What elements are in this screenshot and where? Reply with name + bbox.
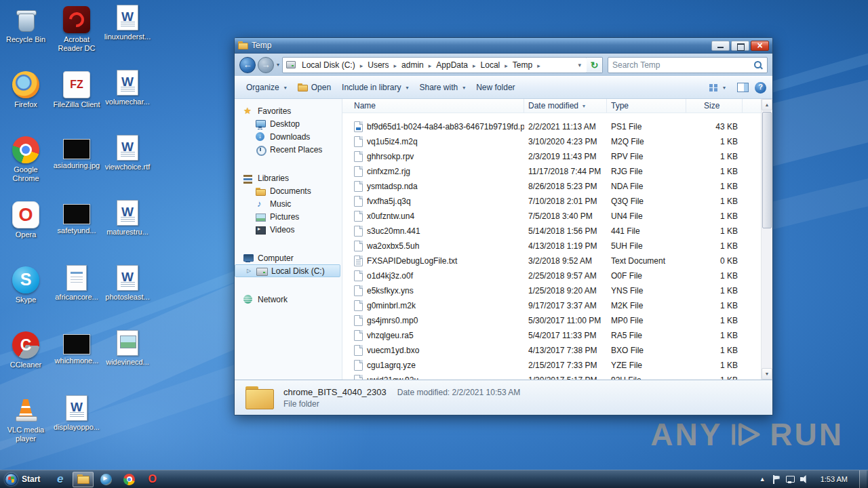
column-header-type[interactable]: Type <box>607 99 686 113</box>
sidebar-item-music[interactable]: Music <box>235 197 342 210</box>
desktop-icon-volumechar[interactable]: volumechar... <box>102 69 153 134</box>
address-dropdown-icon[interactable]: ▾ <box>576 62 583 68</box>
file-row[interactable]: gs4jmrs0.mp0 5/30/2017 11:00 PM MP0 File… <box>342 313 761 328</box>
scroll-up-button[interactable]: ▲ <box>762 99 772 110</box>
column-header-size[interactable]: Size <box>686 99 743 113</box>
breadcrumb-item-appdata[interactable]: AppData <box>433 59 477 71</box>
taskbar-clock[interactable]: 1:53 AM <box>814 475 854 483</box>
back-button[interactable]: ← <box>239 57 256 73</box>
desktop-icon-asiaduring[interactable]: asiaduring.jpg <box>51 134 102 199</box>
desktop-icon-displayoppo[interactable]: displayoppo... <box>51 394 102 460</box>
share-with-button[interactable]: Share with <box>414 80 471 95</box>
file-row[interactable]: cgu1agrq.yze 2/15/2017 7:33 PM YZE File … <box>342 358 761 373</box>
file-type: BXO File <box>607 346 686 355</box>
breadcrumb-item-local-disk[interactable]: Local Disk (C:) <box>298 59 364 71</box>
desktop-icon-widevinecd[interactable]: widevinecd... <box>102 329 153 394</box>
file-row[interactable]: bf9d65d1-b024-4a84-ab83-64671b9719fd.ps1… <box>342 119 761 134</box>
open-button[interactable]: Open <box>292 80 336 95</box>
change-view-button[interactable] <box>703 81 731 94</box>
desktop-icon-whichmone[interactable]: whichmone... <box>51 329 102 394</box>
sidebar-item-recent-places[interactable]: Recent Places <box>235 143 342 156</box>
desktop-icon-viewchoice[interactable]: viewchoice.rtf <box>102 134 153 199</box>
desktop-icon-safetyund[interactable]: safetyund... <box>51 199 102 264</box>
nav-network-header[interactable]: Network <box>235 293 342 306</box>
sidebar-item-downloads[interactable]: Downloads <box>235 130 342 143</box>
file-row[interactable]: g0minbrl.m2k 9/17/2017 3:37 AM M2K File … <box>342 298 761 313</box>
sidebar-item-local-disk-c[interactable]: ▷ Local Disk (C:) <box>235 264 340 277</box>
desktop-icon-skype[interactable]: Skype <box>0 264 52 329</box>
file-row[interactable]: vq1u5iz4.m2q 3/10/2020 4:23 PM M2Q File … <box>342 134 761 149</box>
taskbar-item-explorer[interactable] <box>73 472 94 487</box>
tray-expand-icon[interactable]: ▲ <box>758 476 767 483</box>
close-button[interactable] <box>751 41 769 51</box>
desktop-icon-opera[interactable]: Opera <box>0 199 52 264</box>
file-row[interactable]: wa2oxbx5.5uh 4/13/2018 1:19 PM 5UH File … <box>342 239 761 253</box>
scrollbar-thumb[interactable] <box>762 112 772 228</box>
desktop-icon-recycle-bin[interactable]: Recycle Bin <box>0 4 52 69</box>
file-row[interactable]: e5ksfkyx.yns 1/25/2018 9:20 AM YNS File … <box>342 283 761 298</box>
file-row[interactable]: uwjd21gw.92u 1/30/2017 5:17 PM 92U File … <box>342 373 761 380</box>
breadcrumb[interactable]: Local Disk (C:) Users admin AppData Loca… <box>282 57 587 73</box>
breadcrumb-item-users[interactable]: Users <box>364 59 398 71</box>
desktop-icon-ccleaner[interactable]: CCleaner <box>0 329 52 394</box>
taskbar-item-internet-explorer[interactable]: e <box>50 472 71 487</box>
file-row[interactable]: o1d4kj3z.o0f 2/25/2018 9:57 AM O0F File … <box>342 268 761 283</box>
expander-icon[interactable]: ▷ <box>247 268 252 274</box>
sidebar-item-videos[interactable]: Videos <box>235 223 342 236</box>
desktop-icon-google-chrome[interactable]: Google Chrome <box>0 134 52 199</box>
column-header-name[interactable]: Name <box>342 99 524 113</box>
minimize-button[interactable] <box>711 41 730 51</box>
scroll-down-button[interactable]: ▼ <box>762 368 772 380</box>
file-row[interactable]: ysmtadsp.nda 8/26/2018 5:23 PM NDA File … <box>342 179 761 194</box>
volume-icon[interactable] <box>800 475 809 483</box>
search-icon[interactable] <box>753 60 763 70</box>
column-header-date-modified[interactable]: Date modified <box>524 99 607 113</box>
desktop-icon-filezilla[interactable]: FileZilla Client <box>51 69 102 134</box>
sidebar-item-desktop[interactable]: Desktop <box>235 117 342 130</box>
desktop-icon-acrobat[interactable]: Acrobat Reader DC <box>51 4 102 69</box>
breadcrumb-item-temp[interactable]: Temp <box>509 59 542 71</box>
action-center-flag-icon[interactable] <box>772 475 781 484</box>
file-row[interactable]: cinfxzm2.rjg 11/17/2018 7:44 PM RJG File… <box>342 164 761 179</box>
nav-libraries-header[interactable]: Libraries <box>235 171 342 184</box>
sidebar-item-documents[interactable]: Documents <box>235 184 342 197</box>
title-bar[interactable]: Temp <box>235 38 772 54</box>
search-box[interactable] <box>608 57 768 73</box>
desktop-icon-maturestru[interactable]: maturestru... <box>102 199 153 264</box>
file-row[interactable]: x0ufzntw.un4 7/5/2018 3:40 PM UN4 File 1… <box>342 209 761 224</box>
desktop-icon-photosleast[interactable]: photosleast... <box>102 264 153 329</box>
nav-computer-header[interactable]: Computer <box>235 251 342 264</box>
file-row[interactable]: fvxfha5j.q3q 7/10/2018 2:01 PM Q3Q File … <box>342 194 761 209</box>
breadcrumb-item-admin[interactable]: admin <box>398 59 433 71</box>
network-tray-icon[interactable] <box>786 475 795 483</box>
file-row[interactable]: vhzqlgeu.ra5 5/4/2017 11:33 PM RA5 File … <box>342 328 761 343</box>
file-row[interactable]: vuecm1yd.bxo 4/13/2017 7:38 PM BXO File … <box>342 343 761 358</box>
desktop-icon-africancore[interactable]: africancore... <box>51 264 102 329</box>
file-row[interactable]: s3uc20mn.441 5/14/2018 1:56 PM 441 File … <box>342 224 761 239</box>
maximize-button[interactable] <box>731 41 749 51</box>
desktop-icon-firefox[interactable]: Firefox <box>0 69 52 134</box>
sidebar-item-pictures[interactable]: Pictures <box>235 210 342 223</box>
nav-favorites-header[interactable]: Favorites <box>235 104 342 117</box>
vertical-scrollbar[interactable]: ▲ ▼ <box>761 99 772 380</box>
forward-button[interactable]: → <box>258 57 274 73</box>
desktop-icon-linuxunderst[interactable]: linuxunderst... <box>102 4 153 69</box>
history-dropdown-icon[interactable]: ▾ <box>276 62 280 68</box>
include-in-library-button[interactable]: Include in library <box>336 80 414 95</box>
help-button[interactable] <box>755 82 766 94</box>
organize-button[interactable]: Organize <box>241 80 292 95</box>
show-desktop-button[interactable] <box>859 470 867 488</box>
scrollbar-track[interactable] <box>762 110 772 368</box>
taskbar-item-media-player[interactable] <box>96 472 117 487</box>
file-row[interactable]: ghhrsokp.rpv 2/3/2019 11:43 PM RPV File … <box>342 149 761 164</box>
breadcrumb-item-local[interactable]: Local <box>477 59 509 71</box>
taskbar-item-opera[interactable]: O <box>142 472 163 487</box>
file-row[interactable]: FXSAPIDebugLogFile.txt 3/2/2018 9:52 AM … <box>342 253 761 268</box>
preview-pane-button[interactable] <box>737 83 749 92</box>
refresh-button[interactable] <box>587 57 603 73</box>
new-folder-button[interactable]: New folder <box>471 80 520 95</box>
taskbar-item-chrome[interactable] <box>119 472 140 487</box>
search-input[interactable] <box>612 60 753 70</box>
start-button[interactable]: Start <box>0 470 47 488</box>
desktop-icon-vlc[interactable]: VLC media player <box>0 394 52 460</box>
